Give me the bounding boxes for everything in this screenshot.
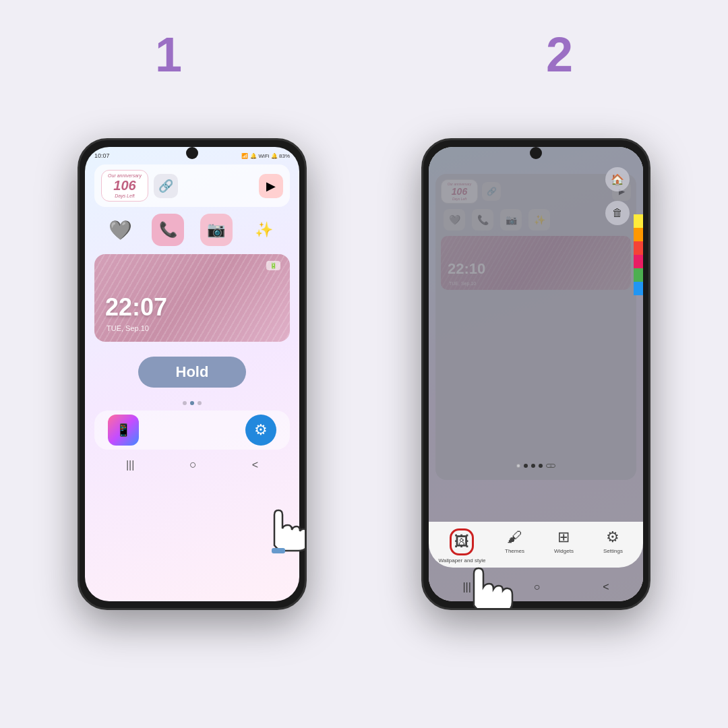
- anniversary-label: Our anniversary: [107, 173, 142, 178]
- widgets-icon: ⊞: [557, 528, 570, 546]
- wifi-icon: 📶: [241, 153, 248, 159]
- bell-icon: 🔔: [250, 153, 257, 159]
- widget-area-1: Our anniversary 106 Days Left 🔗 ▶: [94, 164, 290, 207]
- settings-icon[interactable]: ⚙: [245, 415, 276, 446]
- svg-rect-0: [272, 548, 285, 553]
- status-time-1: 10:07: [94, 152, 110, 159]
- clock-widget-1: 22:07 TUE, Sep.10 🔋: [94, 254, 290, 342]
- youtube-icon: ▶: [259, 174, 283, 198]
- dot-1c: [198, 401, 202, 405]
- stars-icon: ✨: [248, 214, 280, 246]
- anniversary-widget-1: Our anniversary 106 Days Left: [101, 170, 148, 202]
- dot2-1: [516, 464, 520, 468]
- battery-text: WiFi 🔔 83%: [259, 153, 290, 159]
- nav-back-1[interactable]: |||: [126, 459, 134, 471]
- step1-number: 1: [155, 27, 182, 82]
- nav-recent-1[interactable]: <: [252, 459, 258, 471]
- dot2-3: [531, 464, 535, 468]
- apps-icon: 📱: [108, 415, 139, 446]
- app-row-1: 🩶 📞 📷 ✨: [85, 210, 299, 250]
- edit-icons: 🏠 🗑: [605, 167, 630, 225]
- nav-home-2[interactable]: ○: [534, 581, 541, 593]
- settings-label: Settings: [603, 548, 623, 554]
- page-dots-1: [85, 401, 299, 405]
- phone2-notch: [530, 147, 542, 159]
- menu-settings[interactable]: ⚙ Settings: [593, 528, 633, 564]
- svg-rect-1: [471, 609, 485, 610]
- dot-1a: [183, 401, 187, 405]
- main-container: 1 2 10:07 📶 🔔 WiFi 🔔 83% Our: [0, 0, 728, 728]
- hand-cursor-1: [254, 491, 307, 568]
- dot-1b: [190, 401, 194, 405]
- page-dots-2: +: [516, 464, 555, 468]
- phone2-screen: 🏠 🗑 Our anniversary 106 Days Left: [429, 147, 643, 601]
- clock-date-1: TUE, Sep.10: [107, 324, 149, 332]
- phone2-home-content: 🏠 🗑 Our anniversary 106 Days Left: [429, 147, 643, 601]
- nav-bar-1: ||| ○ <: [85, 452, 299, 477]
- home-edit-icon: 🏠: [605, 167, 630, 191]
- dot2-plus: +: [546, 464, 555, 468]
- hand-cursor-2: [450, 548, 518, 610]
- phone1: 10:07 📶 🔔 WiFi 🔔 83% Our anniversary 106…: [78, 138, 307, 610]
- side-colors: [634, 214, 643, 295]
- dot2-2: [524, 464, 528, 468]
- anniversary-number: 106: [107, 178, 142, 193]
- dock-1: 📱 ⚙: [94, 411, 290, 450]
- phone-icon: 📞: [152, 214, 184, 246]
- phone2: 🏠 🗑 Our anniversary 106 Days Left: [421, 138, 650, 610]
- hold-label: Hold: [176, 363, 209, 381]
- nav-home-1[interactable]: ○: [189, 458, 197, 472]
- settings-menu-icon: ⚙: [606, 528, 619, 546]
- menu-widgets[interactable]: ⊞ Widgets: [543, 528, 584, 564]
- widgets-label: Widgets: [554, 548, 574, 554]
- hold-button[interactable]: Hold: [138, 357, 246, 388]
- trash-edit-icon: 🗑: [605, 201, 630, 225]
- step2-number: 2: [546, 27, 573, 82]
- nav-recent-2[interactable]: <: [603, 581, 609, 593]
- dot2-4: [539, 464, 543, 468]
- clips-icon: 🔗: [154, 174, 178, 198]
- themes-icon: 🖌: [507, 528, 522, 546]
- heart-icon: 🩶: [104, 214, 136, 246]
- phone1-notch: [186, 147, 198, 159]
- anniversary-days: Days Left: [107, 193, 142, 198]
- status-icons-1: 📶 🔔 WiFi 🔔 83%: [241, 153, 290, 159]
- battery-mini-1: 🔋: [266, 261, 280, 270]
- clock-time-1: 22:07: [105, 293, 167, 322]
- screen2-bg: 🏠 🗑 Our anniversary 106 Days Left: [429, 147, 643, 601]
- camera-icon: 📷: [200, 214, 233, 246]
